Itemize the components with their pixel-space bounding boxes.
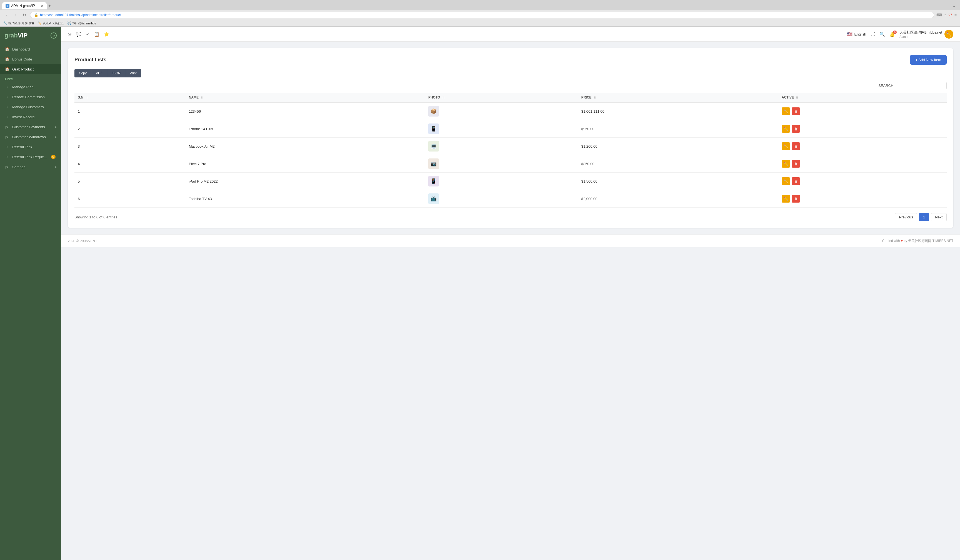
calendar-icon[interactable]: 📋 — [94, 32, 99, 37]
page-title: Product Lists — [74, 57, 106, 63]
user-avatar[interactable]: ✏️ — [944, 30, 953, 38]
edit-button[interactable]: ✏️ — [782, 160, 790, 168]
search-icon[interactable]: 🔍 — [880, 32, 885, 37]
table-row: 5 iPad Pro M2 2022 📱 $1,500.00 ✏️ 🗑 — [74, 172, 947, 190]
star-icon[interactable]: ⭐ — [104, 32, 109, 37]
delete-button[interactable]: 🗑 — [792, 125, 800, 132]
delete-button[interactable]: 🗑 — [792, 160, 800, 168]
logo-settings-icon[interactable]: ⚙ — [51, 32, 57, 38]
cell-price: $950.00 — [578, 120, 778, 138]
fullscreen-icon[interactable]: ⛶ — [870, 32, 875, 37]
user-info: 天美社区源码网timibbs.net Admin ✏️ — [899, 30, 953, 38]
bookmark-item-3[interactable]: ✈️ TG: @tianmeibbs — [67, 21, 96, 25]
search-input[interactable] — [897, 82, 947, 89]
sidebar-logo: grabVIP ⚙ — [0, 27, 61, 44]
browser-nav-icons: ⌨ ↑ 🛡 ≡ — [936, 13, 957, 17]
edit-button[interactable]: ✏️ — [782, 125, 790, 132]
edit-button[interactable]: ✏️ — [782, 107, 790, 115]
previous-button[interactable]: Previous — [895, 213, 917, 221]
copy-button[interactable]: Copy — [74, 69, 91, 77]
delete-button[interactable]: 🗑 — [792, 177, 800, 185]
referral-badge: 0 — [51, 155, 56, 159]
cell-active: ✏️ 🗑 — [778, 190, 947, 207]
mail-icon[interactable]: ✉ — [68, 32, 71, 37]
url-bar[interactable]: 🔒 https://shuadan107.timibbs.vip/adminco… — [30, 12, 934, 18]
sidebar-item-referral-task-req[interactable]: → Referal Task Reque... 0 — [0, 152, 61, 162]
bookmark-item-1[interactable]: 🔧 程序搭建/开发/修复 — [3, 21, 34, 25]
sidebar-item-referral-task[interactable]: → Referal Task — [0, 142, 61, 152]
cell-sn: 1 — [74, 102, 186, 120]
cell-name: iPad Pro M2 2022 — [186, 172, 425, 190]
browser-menu-icon[interactable]: ⌄ — [950, 3, 958, 9]
col-active[interactable]: ACTIVE ⇅ — [778, 93, 947, 102]
sidebar-item-settings[interactable]: ▷ Settings ∧ — [0, 162, 61, 172]
sidebar-item-invest-record[interactable]: → Invest Record — [0, 112, 61, 122]
add-new-item-button[interactable]: + Add New Item — [910, 55, 947, 65]
table-row: 2 iPhone 14 Plus 📱 $950.00 ✏️ 🗑 — [74, 120, 947, 138]
delete-button[interactable]: 🗑 — [792, 107, 800, 115]
shield-icon[interactable]: 🛡 — [948, 13, 952, 17]
delete-button[interactable]: 🗑 — [792, 142, 800, 150]
cell-name: Macbook Air M2 — [186, 138, 425, 155]
notification-bell[interactable]: 🔔 8 — [890, 32, 895, 37]
edit-button[interactable]: ✏️ — [782, 195, 790, 203]
share-icon[interactable]: ↑ — [944, 13, 946, 17]
cell-price: $2,000.00 — [578, 190, 778, 207]
grab-product-icon: 🏠 — [5, 67, 10, 71]
col-name[interactable]: NAME ⇅ — [186, 93, 425, 102]
sidebar-item-manage-plan[interactable]: → Manage Plan — [0, 82, 61, 92]
settings-chevron-icon: ∧ — [55, 165, 57, 168]
page-1-button[interactable]: 1 — [919, 213, 929, 221]
card-header: Product Lists + Add New Item — [74, 55, 947, 65]
user-role: Admin — [899, 35, 942, 38]
sidebar-item-customer-withdraws[interactable]: ▷ Customer Withdraws ∧ — [0, 132, 61, 142]
photo-sort-icon: ⇅ — [442, 96, 445, 99]
cell-sn: 4 — [74, 155, 186, 172]
col-sn[interactable]: S.N ⇅ — [74, 93, 186, 102]
chat-icon[interactable]: 💬 — [76, 32, 82, 37]
active-sort-icon: ⇅ — [796, 96, 798, 99]
col-price[interactable]: PRICE ⇅ — [578, 93, 778, 102]
product-list-card: Product Lists + Add New Item Copy PDF JS… — [68, 48, 953, 228]
back-button[interactable]: ‹ — [3, 12, 10, 18]
sidebar-item-label: Referal Task — [12, 145, 32, 149]
col-photo[interactable]: PHOTO ⇅ — [425, 93, 578, 102]
edit-button[interactable]: ✏️ — [782, 177, 790, 185]
tab-close-button[interactable]: ✕ — [41, 4, 43, 8]
menu-icon[interactable]: ≡ — [954, 13, 957, 17]
json-button[interactable]: JSON — [107, 69, 125, 77]
cell-price: $850.00 — [578, 155, 778, 172]
print-button[interactable]: Print — [125, 69, 141, 77]
sidebar-item-rebate-commission[interactable]: → Rebate Commission — [0, 92, 61, 102]
reload-button[interactable]: ↻ — [21, 12, 28, 18]
action-buttons: ✏️ 🗑 — [782, 177, 943, 185]
forward-button[interactable]: › — [12, 12, 19, 18]
pagination-section: Showing 1 to 6 of 6 entries Previous 1 N… — [74, 213, 947, 221]
product-thumbnail: 📷 — [428, 158, 439, 169]
sidebar-item-grab-product[interactable]: 🏠 Grab Product — [0, 64, 61, 74]
product-thumbnail: 💻 — [428, 141, 439, 152]
new-tab-button[interactable]: + — [46, 2, 53, 10]
manage-plan-icon: → — [5, 85, 10, 89]
product-thumbnail: 📦 — [428, 106, 439, 116]
bookmark-item-2[interactable]: 🏷️ 认证->天美社区 — [38, 21, 64, 25]
translate-icon[interactable]: ⌨ — [936, 13, 942, 17]
payments-chevron-icon: ∧ — [55, 125, 57, 128]
edit-button[interactable]: ✏️ — [782, 142, 790, 150]
language-selector[interactable]: 🇺🇸 English — [847, 32, 866, 37]
bonus-code-icon: 🏠 — [5, 57, 10, 61]
sidebar-item-manage-customers[interactable]: → Manage Customers — [0, 102, 61, 112]
next-button[interactable]: Next — [931, 213, 947, 221]
action-buttons: ✏️ 🗑 — [782, 142, 943, 150]
check-icon[interactable]: ✓ — [86, 32, 90, 37]
browser-nav: ‹ › ↻ 🔒 https://shuadan107.timibbs.vip/a… — [0, 10, 960, 20]
sidebar-item-dashboard[interactable]: 🏠 Dashboard — [0, 44, 61, 54]
cell-name: iPhone 14 Plus — [186, 120, 425, 138]
copyright: 2020 © PIXINVENT — [68, 239, 97, 243]
sidebar-item-bonus-code[interactable]: 🏠 Bonus Code — [0, 54, 61, 64]
active-tab[interactable]: G ADMIN-grabVIP ✕ — [2, 2, 46, 10]
delete-button[interactable]: 🗑 — [792, 195, 800, 203]
cell-active: ✏️ 🗑 — [778, 172, 947, 190]
pdf-button[interactable]: PDF — [91, 69, 107, 77]
sidebar-item-customer-payments[interactable]: ▷ Customer Payments ∧ — [0, 122, 61, 132]
